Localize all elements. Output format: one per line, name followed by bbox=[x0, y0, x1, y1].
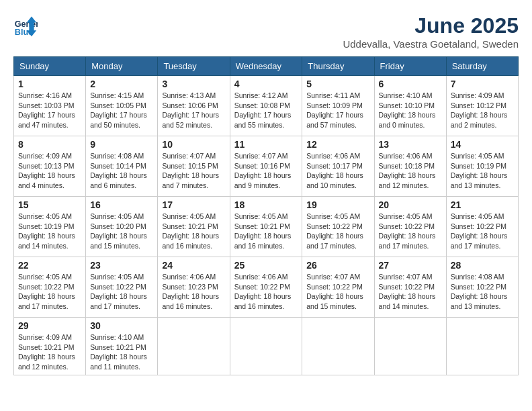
calendar-cell: 1Sunrise: 4:16 AM Sunset: 10:03 PM Dayli… bbox=[14, 76, 86, 136]
calendar-cell: 20Sunrise: 4:05 AM Sunset: 10:22 PM Dayl… bbox=[374, 197, 446, 257]
calendar-cell: 28Sunrise: 4:08 AM Sunset: 10:22 PM Dayl… bbox=[446, 257, 518, 318]
calendar-cell: 5Sunrise: 4:11 AM Sunset: 10:09 PM Dayli… bbox=[302, 76, 374, 136]
day-number: 25 bbox=[234, 260, 298, 271]
day-info: Sunrise: 4:05 AM Sunset: 10:22 PM Daylig… bbox=[18, 272, 81, 312]
day-info: Sunrise: 4:10 AM Sunset: 10:21 PM Daylig… bbox=[90, 332, 153, 372]
day-info: Sunrise: 4:05 AM Sunset: 10:19 PM Daylig… bbox=[18, 212, 81, 251]
day-number: 3 bbox=[162, 79, 225, 89]
day-info: Sunrise: 4:07 AM Sunset: 10:15 PM Daylig… bbox=[162, 151, 225, 191]
location-title: Uddevalla, Vaestra Goetaland, Sweden bbox=[343, 38, 519, 50]
day-number: 16 bbox=[90, 199, 153, 210]
calendar-cell: 29Sunrise: 4:09 AM Sunset: 10:21 PM Dayl… bbox=[14, 318, 86, 375]
day-number: 27 bbox=[379, 260, 442, 271]
day-number: 12 bbox=[306, 139, 369, 150]
calendar-cell bbox=[302, 318, 374, 375]
calendar-cell bbox=[158, 318, 230, 375]
calendar-cell: 22Sunrise: 4:05 AM Sunset: 10:22 PM Dayl… bbox=[14, 257, 86, 318]
day-info: Sunrise: 4:06 AM Sunset: 10:17 PM Daylig… bbox=[306, 151, 369, 191]
day-number: 13 bbox=[379, 139, 442, 150]
calendar-cell: 13Sunrise: 4:06 AM Sunset: 10:18 PM Dayl… bbox=[374, 136, 446, 197]
day-number: 5 bbox=[306, 79, 369, 89]
calendar-cell: 8Sunrise: 4:09 AM Sunset: 10:13 PM Dayli… bbox=[14, 136, 86, 197]
day-number: 18 bbox=[234, 199, 298, 210]
weekday-header-sunday: Sunday bbox=[14, 57, 86, 76]
logo: General Blue bbox=[13, 13, 40, 38]
day-number: 24 bbox=[162, 260, 225, 271]
day-info: Sunrise: 4:06 AM Sunset: 10:22 PM Daylig… bbox=[234, 272, 298, 312]
calendar-cell: 26Sunrise: 4:07 AM Sunset: 10:22 PM Dayl… bbox=[302, 257, 374, 318]
day-info: Sunrise: 4:13 AM Sunset: 10:06 PM Daylig… bbox=[162, 91, 225, 130]
weekday-header-tuesday: Tuesday bbox=[158, 57, 230, 76]
weekday-header-monday: Monday bbox=[86, 57, 158, 76]
calendar-week-row: 15Sunrise: 4:05 AM Sunset: 10:19 PM Dayl… bbox=[14, 197, 519, 257]
day-number: 1 bbox=[18, 79, 81, 89]
day-info: Sunrise: 4:07 AM Sunset: 10:22 PM Daylig… bbox=[379, 272, 442, 312]
day-number: 28 bbox=[451, 260, 514, 271]
calendar-cell: 25Sunrise: 4:06 AM Sunset: 10:22 PM Dayl… bbox=[230, 257, 302, 318]
calendar-cell: 17Sunrise: 4:05 AM Sunset: 10:21 PM Dayl… bbox=[158, 197, 230, 257]
calendar-cell: 12Sunrise: 4:06 AM Sunset: 10:17 PM Dayl… bbox=[302, 136, 374, 197]
day-info: Sunrise: 4:12 AM Sunset: 10:08 PM Daylig… bbox=[234, 91, 298, 130]
calendar-week-row: 29Sunrise: 4:09 AM Sunset: 10:21 PM Dayl… bbox=[14, 318, 519, 375]
calendar-cell: 15Sunrise: 4:05 AM Sunset: 10:19 PM Dayl… bbox=[14, 197, 86, 257]
calendar-cell bbox=[374, 318, 446, 375]
title-area: June 2025 Uddevalla, Vaestra Goetaland, … bbox=[343, 13, 519, 50]
weekday-header-friday: Friday bbox=[374, 57, 446, 76]
day-info: Sunrise: 4:05 AM Sunset: 10:22 PM Daylig… bbox=[90, 272, 153, 312]
weekday-header-thursday: Thursday bbox=[302, 57, 374, 76]
day-info: Sunrise: 4:05 AM Sunset: 10:21 PM Daylig… bbox=[162, 212, 225, 251]
day-info: Sunrise: 4:05 AM Sunset: 10:19 PM Daylig… bbox=[451, 151, 514, 191]
month-title: June 2025 bbox=[343, 13, 519, 38]
calendar-cell: 16Sunrise: 4:05 AM Sunset: 10:20 PM Dayl… bbox=[86, 197, 158, 257]
day-number: 26 bbox=[306, 260, 369, 271]
day-info: Sunrise: 4:16 AM Sunset: 10:03 PM Daylig… bbox=[18, 91, 81, 130]
day-info: Sunrise: 4:06 AM Sunset: 10:18 PM Daylig… bbox=[379, 151, 442, 191]
day-info: Sunrise: 4:07 AM Sunset: 10:22 PM Daylig… bbox=[306, 272, 369, 312]
day-info: Sunrise: 4:05 AM Sunset: 10:21 PM Daylig… bbox=[234, 212, 298, 251]
day-number: 4 bbox=[234, 79, 298, 89]
day-number: 20 bbox=[379, 199, 442, 210]
day-number: 9 bbox=[90, 139, 153, 150]
calendar-cell bbox=[230, 318, 302, 375]
day-number: 30 bbox=[90, 320, 153, 331]
day-number: 22 bbox=[18, 260, 81, 271]
calendar-cell: 19Sunrise: 4:05 AM Sunset: 10:22 PM Dayl… bbox=[302, 197, 374, 257]
day-info: Sunrise: 4:09 AM Sunset: 10:21 PM Daylig… bbox=[18, 332, 81, 372]
day-number: 10 bbox=[162, 139, 225, 150]
day-info: Sunrise: 4:05 AM Sunset: 10:22 PM Daylig… bbox=[379, 212, 442, 251]
calendar-cell: 4Sunrise: 4:12 AM Sunset: 10:08 PM Dayli… bbox=[230, 76, 302, 136]
day-info: Sunrise: 4:05 AM Sunset: 10:22 PM Daylig… bbox=[451, 212, 514, 251]
day-number: 15 bbox=[18, 199, 81, 210]
calendar-cell: 30Sunrise: 4:10 AM Sunset: 10:21 PM Dayl… bbox=[86, 318, 158, 375]
calendar-cell: 24Sunrise: 4:06 AM Sunset: 10:23 PM Dayl… bbox=[158, 257, 230, 318]
weekday-header-row: SundayMondayTuesdayWednesdayThursdayFrid… bbox=[14, 57, 519, 76]
calendar-cell: 9Sunrise: 4:08 AM Sunset: 10:14 PM Dayli… bbox=[86, 136, 158, 197]
page-header: General Blue June 2025 Uddevalla, Vaestr… bbox=[13, 13, 519, 50]
calendar-cell: 27Sunrise: 4:07 AM Sunset: 10:22 PM Dayl… bbox=[374, 257, 446, 318]
day-info: Sunrise: 4:11 AM Sunset: 10:09 PM Daylig… bbox=[306, 91, 369, 130]
logo-icon: General Blue bbox=[13, 13, 38, 38]
day-number: 14 bbox=[451, 139, 514, 150]
day-number: 17 bbox=[162, 199, 225, 210]
calendar-cell: 14Sunrise: 4:05 AM Sunset: 10:19 PM Dayl… bbox=[446, 136, 518, 197]
day-info: Sunrise: 4:08 AM Sunset: 10:14 PM Daylig… bbox=[90, 151, 153, 191]
day-info: Sunrise: 4:05 AM Sunset: 10:20 PM Daylig… bbox=[90, 212, 153, 251]
calendar-cell: 2Sunrise: 4:15 AM Sunset: 10:05 PM Dayli… bbox=[86, 76, 158, 136]
calendar-cell: 7Sunrise: 4:09 AM Sunset: 10:12 PM Dayli… bbox=[446, 76, 518, 136]
day-info: Sunrise: 4:06 AM Sunset: 10:23 PM Daylig… bbox=[162, 272, 225, 312]
day-info: Sunrise: 4:07 AM Sunset: 10:16 PM Daylig… bbox=[234, 151, 298, 191]
day-info: Sunrise: 4:09 AM Sunset: 10:13 PM Daylig… bbox=[18, 151, 81, 191]
calendar-cell: 10Sunrise: 4:07 AM Sunset: 10:15 PM Dayl… bbox=[158, 136, 230, 197]
day-info: Sunrise: 4:10 AM Sunset: 10:10 PM Daylig… bbox=[379, 91, 442, 130]
calendar-table: SundayMondayTuesdayWednesdayThursdayFrid… bbox=[13, 56, 519, 375]
calendar-cell: 18Sunrise: 4:05 AM Sunset: 10:21 PM Dayl… bbox=[230, 197, 302, 257]
calendar-cell: 21Sunrise: 4:05 AM Sunset: 10:22 PM Dayl… bbox=[446, 197, 518, 257]
day-info: Sunrise: 4:08 AM Sunset: 10:22 PM Daylig… bbox=[451, 272, 514, 312]
weekday-header-wednesday: Wednesday bbox=[230, 57, 302, 76]
day-info: Sunrise: 4:05 AM Sunset: 10:22 PM Daylig… bbox=[306, 212, 369, 251]
day-number: 8 bbox=[18, 139, 81, 150]
calendar-week-row: 8Sunrise: 4:09 AM Sunset: 10:13 PM Dayli… bbox=[14, 136, 519, 197]
calendar-cell: 3Sunrise: 4:13 AM Sunset: 10:06 PM Dayli… bbox=[158, 76, 230, 136]
day-number: 19 bbox=[306, 199, 369, 210]
day-number: 23 bbox=[90, 260, 153, 271]
